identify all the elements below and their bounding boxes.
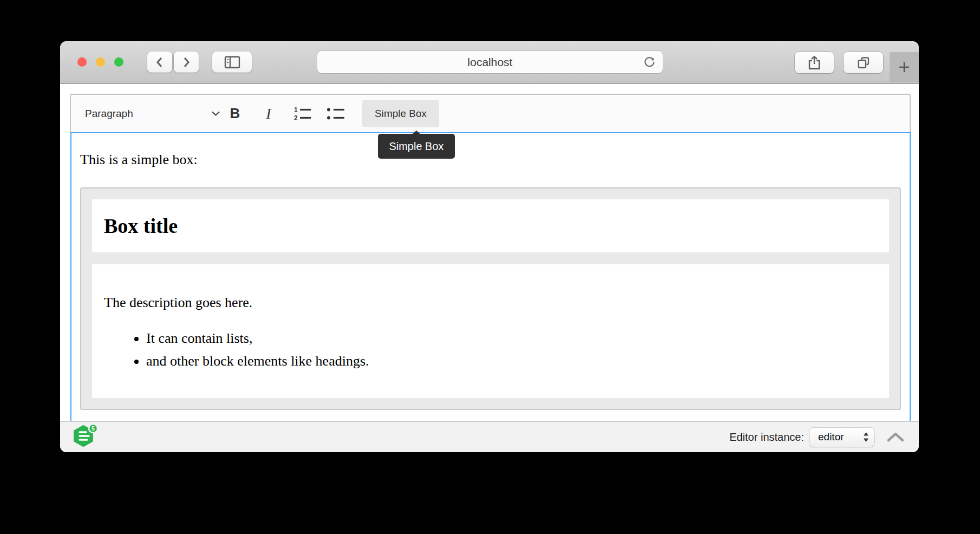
simple-box-tooltip: Simple Box <box>378 134 455 159</box>
share-icon <box>808 55 821 70</box>
new-tab-button[interactable] <box>890 52 919 82</box>
browser-window: localhost <box>60 41 919 452</box>
numbered-list-button[interactable]: 1 2 <box>288 101 317 127</box>
sidebar-toggle-button[interactable] <box>212 51 252 73</box>
web-page: Paragraph B I 1 2 <box>60 84 919 421</box>
bulleted-list-icon <box>326 106 345 121</box>
editor-toolbar: Paragraph B I 1 2 <box>70 94 911 132</box>
sidebar-icon <box>224 56 240 69</box>
italic-icon: I <box>266 105 271 122</box>
description-list: It can contain lists, and other block el… <box>104 327 877 373</box>
simple-box-title-text: Box title <box>104 214 178 238</box>
tooltip-text: Simple Box <box>389 140 443 153</box>
chevron-right-icon <box>182 56 191 68</box>
simple-box-button[interactable]: Simple Box <box>362 100 439 127</box>
list-item[interactable]: It can contain lists, <box>146 327 877 350</box>
description-paragraph[interactable]: The description goes here. <box>104 295 877 311</box>
svg-text:5: 5 <box>92 425 95 432</box>
bold-button[interactable]: B <box>220 101 250 127</box>
share-button[interactable] <box>795 52 834 73</box>
back-button[interactable] <box>147 51 172 73</box>
simple-box-button-label: Simple Box <box>375 108 427 120</box>
bulleted-list-button[interactable] <box>321 101 350 127</box>
bold-icon: B <box>230 105 240 122</box>
chevron-down-icon <box>211 110 220 116</box>
editor-instance-select[interactable]: editor <box>809 428 874 447</box>
svg-text:1: 1 <box>294 106 298 114</box>
ckeditor-logo-icon: 5 <box>72 424 99 451</box>
heading-dropdown[interactable]: Paragraph <box>85 108 220 120</box>
desktop-canvas: { "browser": { "address": "localhost" },… <box>0 0 980 534</box>
tabs-overview-icon <box>857 56 871 70</box>
forward-button[interactable] <box>174 51 199 73</box>
list-item[interactable]: and other block elements like headings. <box>146 350 877 373</box>
editor-instance-selected-value: editor <box>818 431 844 443</box>
editor-editable-area[interactable]: This is a simple box: Box title The desc… <box>70 132 911 421</box>
simple-box-title[interactable]: Box title <box>92 199 889 252</box>
intro-paragraph[interactable]: This is a simple box: <box>80 152 901 168</box>
collapse-panel-button[interactable] <box>886 432 905 442</box>
reload-icon[interactable] <box>643 55 656 71</box>
select-arrows-icon <box>863 431 870 444</box>
close-window-button[interactable] <box>77 57 87 67</box>
browser-title-bar: localhost <box>60 41 919 84</box>
simple-box-widget[interactable]: Box title The description goes here. It … <box>80 187 901 410</box>
italic-button[interactable]: I <box>254 101 283 127</box>
editor-debug-bar: 5 Editor instance: editor <box>60 421 919 452</box>
simple-box-description[interactable]: The description goes here. It can contai… <box>92 264 889 398</box>
minimize-window-button[interactable] <box>96 57 105 67</box>
show-all-tabs-button[interactable] <box>844 52 883 73</box>
address-bar[interactable]: localhost <box>317 51 663 73</box>
svg-text:2: 2 <box>294 114 298 121</box>
zoom-window-button[interactable] <box>114 57 123 67</box>
plus-icon <box>898 61 911 74</box>
numbered-list-icon: 1 2 <box>292 106 312 121</box>
chevron-left-icon <box>155 56 164 68</box>
address-bar-url: localhost <box>468 56 513 69</box>
editor-instance-label: Editor instance: <box>729 431 804 444</box>
heading-dropdown-value: Paragraph <box>85 108 133 120</box>
